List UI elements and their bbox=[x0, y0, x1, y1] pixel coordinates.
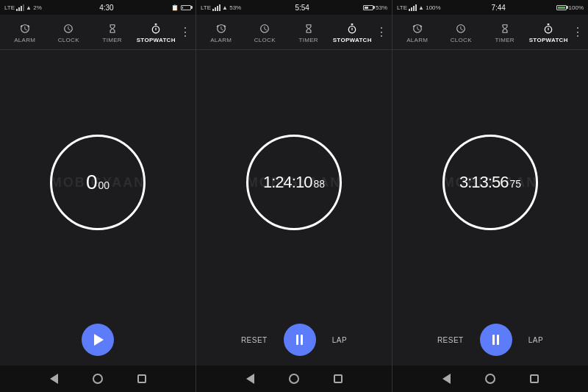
home-icon-3 bbox=[485, 374, 495, 384]
tab-timer-label-2: TIMER bbox=[299, 37, 318, 43]
tab-alarm-3[interactable]: ALARM bbox=[395, 15, 440, 49]
tab-alarm-label-1: ALARM bbox=[14, 37, 35, 43]
timer-icon-1 bbox=[107, 24, 118, 35]
tab-stopwatch-2[interactable]: STOPWATCH bbox=[331, 15, 375, 49]
tab-clock-1[interactable]: CLOCK bbox=[47, 15, 91, 49]
tab-timer-1[interactable]: TIMER bbox=[90, 15, 135, 49]
signal-bars-1 bbox=[16, 4, 24, 11]
bar2-2 bbox=[215, 7, 216, 11]
time-main-1: 0 bbox=[86, 171, 97, 194]
bar3-2 bbox=[217, 6, 218, 11]
more-menu-1[interactable]: ⋮ bbox=[178, 25, 193, 39]
status-right-3: 100% bbox=[556, 4, 584, 11]
tab-clock-2[interactable]: CLOCK bbox=[243, 15, 287, 49]
tab-alarm-label-2: ALARM bbox=[210, 37, 232, 43]
back-icon-1 bbox=[50, 374, 58, 384]
nav-bar-2: ALARM CLOCK TIMER STOPWATCH ⋮ bbox=[196, 15, 392, 50]
status-left-2: LTE ▲ 53% bbox=[201, 4, 241, 11]
tab-stopwatch-label-3: STOPWATCH bbox=[529, 37, 568, 43]
bar2-3 bbox=[411, 7, 412, 11]
play-button-1[interactable] bbox=[82, 324, 114, 356]
alarm-icon-1 bbox=[20, 24, 30, 35]
timer-icon-3 bbox=[500, 24, 510, 35]
bar1-3 bbox=[409, 9, 410, 11]
pause-icon-3 bbox=[492, 335, 499, 345]
back-button-3[interactable] bbox=[439, 371, 453, 386]
recent-button-2[interactable] bbox=[331, 371, 345, 386]
tab-alarm-2[interactable]: ALARM bbox=[199, 15, 243, 49]
tab-timer-label-3: TIMER bbox=[495, 37, 514, 43]
nav-bar-3: ALARM CLOCK TIMER STOPWATCH ⋮ bbox=[392, 15, 588, 50]
main-content-2: MOBIGYAAN 1:24:10 88 bbox=[196, 50, 392, 314]
bar1-2 bbox=[212, 9, 214, 11]
tab-timer-3[interactable]: TIMER bbox=[483, 15, 527, 49]
lap-button-3[interactable]: LAP bbox=[524, 333, 548, 347]
bar3-3 bbox=[413, 6, 415, 11]
stopwatch-icon-3 bbox=[543, 24, 553, 35]
signal-bars-2 bbox=[212, 4, 220, 11]
time-display-2: 1:24:10 88 bbox=[263, 173, 325, 192]
main-content-1: MOBIGYAAN 0 00 bbox=[0, 50, 196, 314]
back-button-1[interactable] bbox=[46, 371, 61, 386]
signal-bars-3 bbox=[409, 4, 417, 11]
tab-clock-label-3: CLOCK bbox=[451, 37, 472, 43]
stopwatch-display-1: 0 00 bbox=[50, 135, 146, 230]
more-menu-2[interactable]: ⋮ bbox=[374, 25, 389, 39]
bar4-2 bbox=[219, 4, 220, 11]
lap-button-2[interactable]: LAP bbox=[328, 333, 351, 347]
clock-icon-1 bbox=[63, 24, 74, 35]
play-icon-1 bbox=[94, 334, 104, 346]
phone-2: LTE ▲ 53% 5:54 53% bbox=[196, 0, 392, 392]
reset-button-3[interactable]: RESET bbox=[433, 333, 468, 347]
home-icon-2 bbox=[289, 374, 299, 384]
timer-icon-2 bbox=[304, 24, 314, 35]
pause-icon-2 bbox=[296, 335, 303, 345]
status-right-2: 53% bbox=[363, 4, 387, 11]
stopwatch-display-3: 3:13:56 75 bbox=[442, 135, 538, 230]
signal-pct-1: ▲ 2% bbox=[26, 4, 42, 11]
reset-button-2[interactable]: RESET bbox=[237, 333, 272, 347]
home-button-3[interactable] bbox=[483, 371, 498, 386]
stopwatch-icon-2 bbox=[347, 24, 357, 35]
home-button-1[interactable] bbox=[90, 371, 105, 386]
clock-icon-2 bbox=[259, 24, 270, 35]
tab-timer-2[interactable]: TIMER bbox=[287, 15, 331, 49]
tab-clock-3[interactable]: CLOCK bbox=[440, 15, 484, 49]
back-icon-2 bbox=[246, 374, 254, 384]
home-button-2[interactable] bbox=[287, 371, 301, 386]
pause-bar2-2 bbox=[301, 335, 303, 345]
recent-icon-2 bbox=[334, 374, 343, 383]
android-nav-2 bbox=[196, 366, 392, 392]
recent-button-1[interactable] bbox=[135, 371, 149, 386]
time-sub-3: 75 bbox=[509, 178, 521, 190]
tab-stopwatch-1[interactable]: STOPWATCH bbox=[135, 15, 179, 49]
time-display-1: 0 00 bbox=[86, 171, 110, 194]
back-button-2[interactable] bbox=[243, 371, 257, 386]
battery-fill-3 bbox=[558, 7, 565, 9]
status-bar-1: LTE ▲ 2% 4:30 📋 bbox=[0, 0, 196, 15]
signal-text-2: LTE bbox=[201, 4, 211, 11]
more-menu-3[interactable]: ⋮ bbox=[570, 25, 585, 39]
pause-button-3[interactable] bbox=[480, 324, 512, 356]
recent-button-3[interactable] bbox=[527, 371, 542, 386]
pause-bar2-3 bbox=[497, 335, 499, 345]
tab-alarm-label-3: ALARM bbox=[406, 37, 428, 43]
status-time-3: 7:44 bbox=[491, 4, 505, 12]
bottom-controls-1 bbox=[0, 314, 196, 366]
status-left-3: LTE ▲ 100% bbox=[397, 4, 441, 11]
status-right-1: 📋 bbox=[171, 4, 191, 11]
android-nav-3 bbox=[392, 366, 588, 392]
status-bar-3: LTE ▲ 100% 7:44 100% bbox=[392, 0, 588, 15]
status-bar-2: LTE ▲ 53% 5:54 53% bbox=[196, 0, 392, 15]
battery-2 bbox=[363, 5, 373, 10]
alarm-icon-2 bbox=[216, 24, 226, 35]
recent-icon-3 bbox=[530, 374, 539, 383]
status-icon-1: 📋 bbox=[171, 4, 179, 11]
tab-stopwatch-3[interactable]: STOPWATCH bbox=[527, 15, 571, 49]
signal-pct-3: ▲ 100% bbox=[418, 4, 441, 11]
pause-button-2[interactable] bbox=[284, 324, 316, 356]
bar4 bbox=[23, 4, 24, 11]
tab-alarm-1[interactable]: ALARM bbox=[3, 15, 47, 49]
time-sub-1: 00 bbox=[98, 179, 110, 191]
phones-container: LTE ▲ 2% 4:30 📋 bbox=[0, 0, 588, 392]
